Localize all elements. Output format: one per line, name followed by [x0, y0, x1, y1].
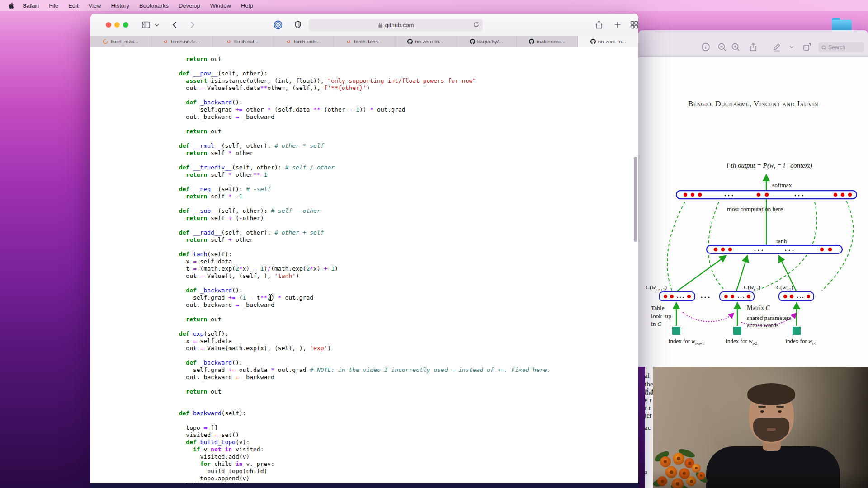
- code-line: return out: [172, 388, 551, 395]
- code-line: def __neg__(self): # -self: [172, 186, 551, 193]
- code-line: out = Value(t, (self, ), 'tanh'): [172, 272, 551, 280]
- code-line: return self + (-other): [172, 215, 551, 222]
- menu-item-edit[interactable]: Edit: [63, 2, 83, 9]
- nplm-figure-graphics: [642, 56, 868, 341]
- address-bar[interactable]: github.com: [309, 19, 483, 31]
- code-line: out = Value(self.data**other, (self,), f…: [172, 84, 551, 92]
- code-line: assert isinstance(other, (int, float)), …: [172, 77, 551, 84]
- code-line: def __pow__(self, other):: [172, 70, 551, 77]
- code-line: [172, 178, 551, 186]
- menu-item-develop[interactable]: Develop: [174, 2, 205, 9]
- code-line: [172, 403, 551, 410]
- safari-window: github.com build_mak...torch.nn.fu...tor…: [90, 14, 638, 488]
- code-line: [172, 323, 551, 330]
- zoom-button[interactable]: [123, 22, 128, 28]
- table-lookup-line: look−up: [651, 313, 671, 320]
- rotate-icon[interactable]: [802, 42, 812, 52]
- text-fragment: ter: [645, 412, 652, 419]
- pdf-search-field[interactable]: Search: [818, 42, 864, 52]
- c-label: C(wt-1): [776, 284, 793, 292]
- new-tab-icon[interactable]: [613, 20, 623, 30]
- c-label: C(wt-n+1): [646, 284, 667, 292]
- code-line: return self * other**-1: [172, 171, 551, 178]
- code-line: def __truediv__(self, other): # self / o…: [172, 164, 551, 171]
- menu-item-history[interactable]: History: [106, 2, 134, 9]
- shield-icon[interactable]: [293, 20, 303, 30]
- markup-icon[interactable]: [772, 42, 782, 52]
- menu-item-bookmarks[interactable]: Bookmarks: [134, 2, 174, 9]
- tab-nn-zero-to-[interactable]: nn-zero-to...: [578, 36, 638, 47]
- code-line: return self * other: [172, 150, 551, 157]
- tab-karpathy-[interactable]: karpathy/...: [456, 36, 517, 47]
- bottom-dark-bar: [90, 483, 638, 488]
- code-line: if v not in visited:: [172, 446, 551, 453]
- zoom-out-icon[interactable]: [717, 42, 727, 52]
- across-words-label: across words: [747, 322, 778, 329]
- code-line: [172, 121, 551, 128]
- zoom-in-icon[interactable]: [731, 42, 741, 52]
- tab-overview-icon[interactable]: [629, 20, 638, 30]
- menu-item-window[interactable]: Window: [205, 2, 236, 9]
- back-button[interactable]: [170, 20, 180, 30]
- info-icon[interactable]: [701, 42, 711, 52]
- markup-chevron-icon[interactable]: [788, 42, 795, 52]
- tab-nn-zero-to-[interactable]: nn-zero-to...: [395, 36, 456, 47]
- close-button[interactable]: [106, 22, 111, 28]
- menu-item-safari[interactable]: Safari: [18, 2, 44, 9]
- code-line: return out: [172, 56, 551, 63]
- tab-torch-cat-[interactable]: torch.cat...: [212, 36, 274, 47]
- menu-item-view[interactable]: View: [84, 2, 106, 9]
- menu-items: SafariFileEditViewHistoryBookmarksDevelo…: [18, 2, 258, 9]
- code-line: return self + other: [172, 236, 551, 244]
- code-line: [172, 381, 551, 388]
- person-eye: [760, 410, 764, 413]
- code-line: self.grad += out.data * out.grad # NOTE:…: [172, 366, 551, 374]
- code-line: out._backward = _backward: [172, 301, 551, 309]
- tab-makemore-[interactable]: makemore...: [517, 36, 578, 47]
- code-line: [172, 395, 551, 403]
- menu-bar: SafariFileEditViewHistoryBookmarksDevelo…: [0, 0, 868, 11]
- onepassword-icon[interactable]: [273, 20, 283, 30]
- code-line: [172, 352, 551, 359]
- menu-item-file[interactable]: File: [44, 2, 63, 9]
- code-line: topo.append(v): [172, 475, 551, 482]
- scrollbar-thumb[interactable]: [634, 157, 637, 242]
- tab-torch-unbi-[interactable]: torch.unbi...: [273, 36, 334, 47]
- code-line: out = Value(math.exp(x), (self, ), 'exp'…: [172, 345, 551, 352]
- share-icon[interactable]: [748, 42, 758, 52]
- sidebar-icon[interactable]: [141, 20, 151, 30]
- code-line: [172, 244, 551, 251]
- text-fragment: r r: [645, 404, 651, 412]
- index-label: index for wt-2: [726, 338, 757, 346]
- forward-button[interactable]: [187, 20, 197, 30]
- index-label: index for wt-n+1: [669, 338, 704, 346]
- code-line: def _backward():: [172, 359, 551, 366]
- tab-bar: build_mak...torch.nn.fu...torch.cat...to…: [90, 36, 638, 47]
- softmax-label: softmax: [772, 182, 792, 189]
- minimize-button[interactable]: [114, 22, 120, 28]
- code-line: [172, 63, 551, 70]
- menu-item-help[interactable]: Help: [236, 2, 258, 9]
- index-label: index for wt-1: [785, 338, 816, 346]
- code-line: def __rmul__(self, other): # other * sel…: [172, 142, 551, 150]
- tab-torch-Tens-[interactable]: torch.Tens...: [334, 36, 395, 47]
- share-icon[interactable]: [594, 20, 604, 30]
- tab-torch-nn-fu-[interactable]: torch.nn.fu...: [151, 36, 212, 47]
- browser-toolbar: github.com: [90, 14, 638, 37]
- person-eyebrow: [776, 406, 784, 408]
- code-line: visited = set(): [172, 432, 551, 439]
- person-eye: [778, 410, 782, 413]
- code-line: def _backward():: [172, 99, 551, 106]
- code-line: for child in v._prev:: [172, 460, 551, 468]
- tab-build-mak-[interactable]: build_mak...: [90, 36, 151, 47]
- code-line: visited.add(v): [172, 453, 551, 460]
- sidebar-chevron-icon[interactable]: [154, 20, 160, 30]
- c-label: C(wt-2): [744, 284, 760, 292]
- code-line: return self * -1: [172, 193, 551, 200]
- reload-icon[interactable]: [473, 21, 480, 28]
- lock-icon: [378, 22, 383, 28]
- text-fragment: e r: [645, 396, 651, 404]
- table-lookup-line: in C: [651, 320, 661, 328]
- apple-icon[interactable]: [8, 2, 15, 9]
- code-line: def tanh(self):: [172, 251, 551, 258]
